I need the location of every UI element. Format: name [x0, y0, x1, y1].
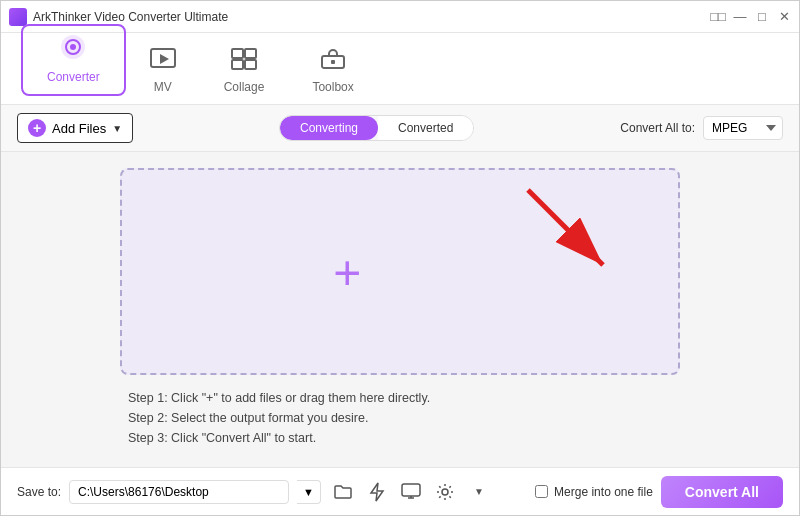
drop-plus-icon: + [333, 244, 361, 299]
merge-checkbox-label[interactable]: Merge into one file [535, 485, 653, 499]
add-files-dropdown-arrow: ▼ [112, 123, 122, 134]
display-icon-btn[interactable] [397, 478, 425, 506]
sub-tab-converting[interactable]: Converting [280, 116, 378, 140]
convert-all-button[interactable]: Convert All [661, 476, 783, 508]
toolbar-row: + Add Files ▼ Converting Converted Conve… [1, 105, 799, 152]
svg-line-12 [528, 190, 603, 265]
red-arrow-icon [518, 180, 638, 290]
merge-checkbox-input[interactable] [535, 485, 548, 498]
format-select[interactable]: MPEG MP4 AVI MOV MKV [703, 116, 783, 140]
toolbox-tab-label: Toolbox [312, 80, 353, 94]
settings-icon-btn[interactable] [431, 478, 459, 506]
tab-toolbox[interactable]: Toolbox [288, 40, 377, 104]
svg-marker-13 [371, 483, 383, 501]
app-icon [9, 8, 27, 26]
title-bar-left: ArkThinker Video Converter Ultimate [9, 8, 228, 26]
svg-point-17 [442, 489, 448, 495]
title-bar-controls[interactable]: □□ — □ ✕ [711, 10, 791, 24]
tab-collage[interactable]: Collage [200, 40, 289, 104]
settings-dropdown-icon[interactable]: ▼ [465, 478, 493, 506]
nav-tabs: Converter MV Collage [1, 33, 799, 105]
drop-zone[interactable]: + [120, 168, 680, 375]
footer: Save to: ▼ ▼ [1, 467, 799, 515]
collage-icon [231, 48, 257, 76]
svg-rect-7 [232, 60, 243, 69]
add-files-plus-icon: + [28, 119, 46, 137]
add-files-button[interactable]: + Add Files ▼ [17, 113, 133, 143]
converter-icon [60, 34, 86, 66]
save-path-input[interactable] [69, 480, 289, 504]
tab-converter[interactable]: Converter [21, 24, 126, 96]
svg-rect-5 [232, 49, 243, 58]
add-files-label: Add Files [52, 121, 106, 136]
save-to-label: Save to: [17, 485, 61, 499]
converter-tab-label: Converter [47, 70, 100, 84]
app-title: ArkThinker Video Converter Ultimate [33, 10, 228, 24]
mv-tab-label: MV [154, 80, 172, 94]
instruction-2: Step 2: Select the output format you des… [128, 411, 680, 425]
footer-icons: ▼ [329, 478, 493, 506]
svg-rect-10 [331, 60, 335, 64]
svg-point-2 [70, 44, 76, 50]
svg-rect-8 [245, 60, 256, 69]
merge-label: Merge into one file [554, 485, 653, 499]
minimize-icon[interactable]: — [733, 10, 747, 24]
lightning-icon-btn[interactable] [363, 478, 391, 506]
convert-all-to-label: Convert All to: [620, 121, 695, 135]
main-content: + Step 1: Click "+" to add files or drag… [1, 152, 799, 467]
restore-icon[interactable]: □□ [711, 10, 725, 24]
instruction-1: Step 1: Click "+" to add files or drag t… [128, 391, 680, 405]
maximize-icon[interactable]: □ [755, 10, 769, 24]
close-icon[interactable]: ✕ [777, 10, 791, 24]
svg-rect-14 [402, 484, 420, 496]
sub-tab-converted[interactable]: Converted [378, 116, 473, 140]
folder-icon-btn[interactable] [329, 478, 357, 506]
toolbox-icon [320, 48, 346, 76]
save-path-dropdown[interactable]: ▼ [297, 480, 321, 504]
convert-all-to-container: Convert All to: MPEG MP4 AVI MOV MKV [620, 116, 783, 140]
instruction-3: Step 3: Click "Convert All" to start. [128, 431, 680, 445]
collage-tab-label: Collage [224, 80, 265, 94]
instructions: Step 1: Click "+" to add files or drag t… [120, 391, 680, 451]
svg-marker-4 [160, 54, 169, 64]
mv-icon [150, 48, 176, 76]
sub-tabs: Converting Converted [279, 115, 474, 141]
tab-mv[interactable]: MV [126, 40, 200, 104]
svg-rect-6 [245, 49, 256, 58]
